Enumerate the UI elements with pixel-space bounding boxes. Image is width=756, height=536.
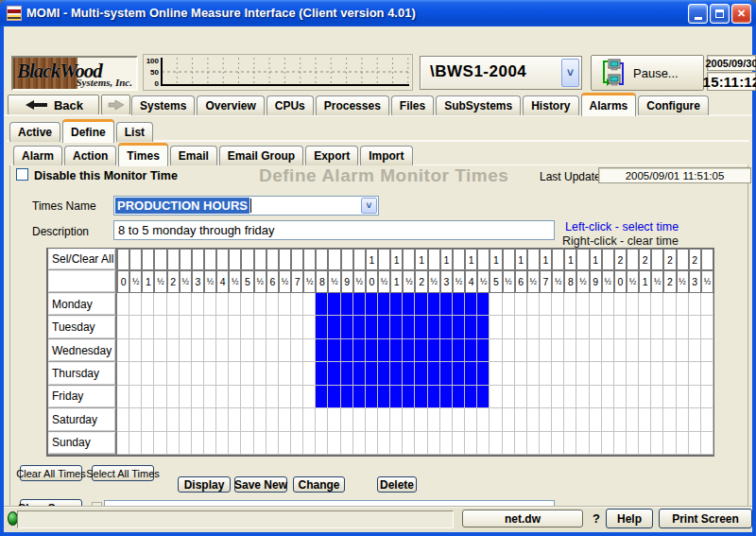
time-cell-wednesday-2[interactable] — [142, 339, 154, 362]
time-cell-wednesday-18[interactable] — [341, 339, 353, 362]
time-cell-friday-30[interactable] — [490, 386, 502, 408]
time-cell-thursday-41[interactable] — [627, 362, 639, 385]
hour-12-half[interactable]: ½ — [428, 270, 440, 293]
time-cell-tuesday-5[interactable] — [180, 316, 192, 338]
time-cell-saturday-18[interactable] — [341, 408, 353, 431]
tens-18-half[interactable] — [576, 249, 589, 270]
time-cell-thursday-16[interactable] — [316, 362, 328, 385]
time-cell-wednesday-33[interactable] — [527, 339, 540, 362]
tab-files[interactable]: Files — [391, 95, 434, 115]
time-cell-tuesday-27[interactable] — [453, 316, 465, 338]
time-cell-tuesday-44[interactable] — [663, 316, 676, 338]
time-cell-tuesday-15[interactable] — [303, 316, 316, 338]
time-cell-saturday-20[interactable] — [366, 408, 378, 431]
time-cell-sunday-8[interactable] — [216, 432, 229, 455]
hour-3[interactable]: 3 — [192, 270, 204, 293]
time-cell-sunday-26[interactable] — [440, 432, 453, 455]
time-cell-saturday-28[interactable] — [465, 408, 477, 431]
time-cell-thursday-13[interactable] — [279, 362, 291, 385]
time-cell-friday-7[interactable] — [204, 386, 216, 408]
time-cell-monday-47[interactable] — [701, 293, 713, 316]
time-cell-wednesday-21[interactable] — [378, 339, 390, 362]
time-cell-monday-17[interactable] — [328, 293, 340, 316]
time-cell-saturday-40[interactable] — [614, 408, 627, 431]
time-cell-saturday-17[interactable] — [328, 408, 340, 431]
time-cell-friday-25[interactable] — [428, 386, 440, 408]
time-cell-sunday-25[interactable] — [428, 432, 440, 455]
hour-9[interactable]: 9 — [341, 270, 353, 293]
time-cell-friday-1[interactable] — [129, 386, 142, 408]
time-cell-saturday-14[interactable] — [291, 408, 303, 431]
tens-20-half[interactable] — [627, 249, 639, 270]
time-cell-saturday-12[interactable] — [266, 408, 279, 431]
time-cell-saturday-37[interactable] — [576, 408, 589, 431]
help-button[interactable]: Help — [606, 509, 653, 528]
tens-12[interactable]: 1 — [415, 249, 427, 270]
time-cell-monday-5[interactable] — [180, 293, 192, 316]
time-cell-thursday-12[interactable] — [266, 362, 279, 385]
chevron-down-icon[interactable]: ˅ — [561, 59, 579, 87]
time-cell-tuesday-41[interactable] — [627, 316, 639, 338]
time-cell-friday-9[interactable] — [229, 386, 241, 408]
time-cell-tuesday-24[interactable] — [415, 316, 427, 338]
time-cell-sunday-15[interactable] — [303, 432, 316, 455]
hour-3-half[interactable]: ½ — [204, 270, 216, 293]
time-cell-wednesday-6[interactable] — [192, 339, 204, 362]
time-cell-tuesday-22[interactable] — [390, 316, 403, 338]
time-cell-thursday-5[interactable] — [180, 362, 192, 385]
time-cell-sunday-34[interactable] — [540, 432, 552, 455]
time-cell-monday-20[interactable] — [366, 293, 378, 316]
time-cell-saturday-2[interactable] — [142, 408, 154, 431]
time-cell-thursday-38[interactable] — [590, 362, 602, 385]
time-cell-tuesday-33[interactable] — [527, 316, 540, 338]
time-cell-monday-41[interactable] — [627, 293, 639, 316]
time-cell-monday-37[interactable] — [576, 293, 589, 316]
time-cell-wednesday-14[interactable] — [291, 339, 303, 362]
time-cell-monday-4[interactable] — [167, 293, 180, 316]
hour-6[interactable]: 6 — [266, 270, 279, 293]
tens-23-half[interactable] — [701, 249, 713, 270]
time-cell-saturday-44[interactable] — [663, 408, 676, 431]
tens-1-half[interactable] — [154, 249, 166, 270]
time-cell-wednesday-34[interactable] — [540, 339, 552, 362]
time-cell-thursday-6[interactable] — [192, 362, 204, 385]
time-cell-sunday-40[interactable] — [614, 432, 627, 455]
time-cell-thursday-24[interactable] — [415, 362, 427, 385]
time-cell-friday-32[interactable] — [515, 386, 527, 408]
time-cell-saturday-46[interactable] — [689, 408, 701, 431]
tens-19-half[interactable] — [602, 249, 614, 270]
time-cell-sunday-22[interactable] — [390, 432, 403, 455]
time-cell-thursday-34[interactable] — [540, 362, 552, 385]
time-cell-monday-45[interactable] — [677, 293, 689, 316]
time-cell-sunday-7[interactable] — [204, 432, 216, 455]
day-label-tuesday[interactable]: Tuesday — [48, 316, 117, 338]
time-cell-monday-26[interactable] — [440, 293, 453, 316]
time-cell-sunday-46[interactable] — [689, 432, 701, 455]
time-cell-thursday-18[interactable] — [341, 362, 353, 385]
hour-6-half[interactable]: ½ — [279, 270, 291, 293]
time-cell-thursday-4[interactable] — [167, 362, 180, 385]
hour-0[interactable]: 0 — [117, 270, 129, 293]
time-cell-friday-31[interactable] — [503, 386, 515, 408]
time-cell-tuesday-40[interactable] — [614, 316, 627, 338]
time-cell-thursday-17[interactable] — [328, 362, 340, 385]
time-cell-sunday-41[interactable] — [627, 432, 639, 455]
netdw-button[interactable]: net.dw — [462, 510, 583, 527]
time-cell-monday-43[interactable] — [651, 293, 663, 316]
time-cell-wednesday-27[interactable] — [453, 339, 465, 362]
time-cell-thursday-43[interactable] — [651, 362, 663, 385]
time-cell-monday-23[interactable] — [403, 293, 415, 316]
time-cell-friday-10[interactable] — [241, 386, 253, 408]
time-cell-sunday-3[interactable] — [154, 432, 166, 455]
time-cell-sunday-29[interactable] — [477, 432, 490, 455]
time-cell-saturday-39[interactable] — [602, 408, 614, 431]
time-cell-saturday-6[interactable] — [192, 408, 204, 431]
time-cell-friday-22[interactable] — [390, 386, 403, 408]
tens-22[interactable]: 2 — [663, 249, 676, 270]
disable-monitor-checkbox[interactable] — [16, 168, 28, 181]
time-cell-thursday-22[interactable] — [390, 362, 403, 385]
time-cell-thursday-8[interactable] — [216, 362, 229, 385]
tens-3-half[interactable] — [204, 249, 216, 270]
tab-history[interactable]: History — [523, 95, 578, 115]
time-cell-wednesday-38[interactable] — [590, 339, 602, 362]
